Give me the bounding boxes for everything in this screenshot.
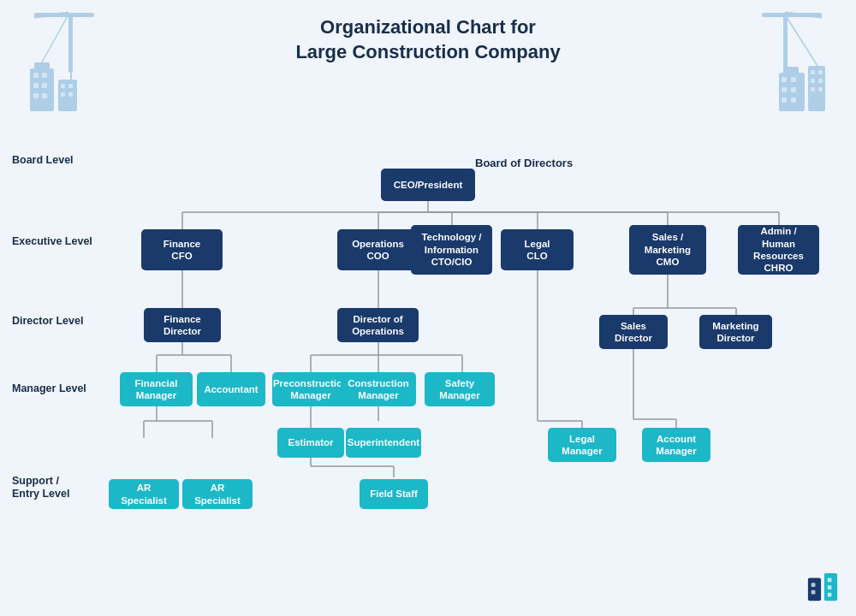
svg-rect-95 — [828, 585, 832, 589]
financial-manager-label: Financial Manager — [135, 377, 178, 402]
superintendent-box: Superintendent — [346, 428, 421, 458]
finance-label: Finance CFO — [163, 238, 200, 263]
svg-rect-9 — [42, 73, 47, 78]
board-of-directors-label: Board of Directors — [475, 157, 573, 169]
accountant-box: Accountant — [197, 372, 265, 406]
svg-rect-90 — [808, 578, 821, 601]
admin-label: Admin / Human Resources CHRO — [742, 225, 815, 275]
accountant-label: Accountant — [204, 383, 258, 395]
svg-rect-93 — [811, 590, 816, 595]
safety-manager-label: Safety Manager — [439, 377, 479, 402]
technology-box: Technology / Information CTO/CIO — [411, 225, 492, 275]
preconstruction-manager-box: Preconstruction Manager — [272, 372, 349, 406]
legal-box: Legal CLO — [501, 229, 574, 270]
title-line1: Organizational Chart for — [320, 16, 536, 38]
svg-rect-29 — [782, 87, 787, 92]
svg-rect-8 — [33, 73, 39, 78]
director-level-label: Director Level — [12, 315, 83, 328]
svg-rect-94 — [828, 578, 832, 583]
finance-director-label: Finance Director — [163, 313, 201, 338]
svg-line-18 — [39, 15, 68, 68]
svg-rect-30 — [791, 87, 796, 92]
legal-manager-label: Legal Manager — [562, 433, 602, 458]
safety-manager-box: Safety Manager — [425, 372, 495, 406]
field-staff-label: Field Staff — [370, 488, 418, 500]
ops-director-box: Director of Operations — [337, 308, 419, 342]
svg-rect-12 — [33, 93, 39, 98]
crane-left-icon — [26, 4, 128, 116]
svg-rect-34 — [818, 70, 823, 74]
page: Organizational Chart forLarge Constructi… — [0, 0, 856, 616]
ar-specialist-2-label: AR Specialist — [187, 482, 248, 506]
executive-level-label: Executive Level — [12, 235, 92, 248]
svg-rect-6 — [34, 62, 50, 71]
ar-specialist-1-box: AR Specialist — [109, 479, 179, 509]
sales-director-label: Sales Director — [615, 320, 652, 345]
sales-box: Sales / Marketing CMO — [629, 225, 706, 275]
ceo-label: CEO/President — [394, 179, 463, 191]
legal-label: Legal CLO — [524, 238, 550, 263]
crane-right-icon — [728, 4, 830, 116]
company-logo — [806, 572, 839, 604]
svg-rect-17 — [68, 92, 73, 97]
finance-director-box: Finance Director — [144, 308, 221, 342]
finance-box: Finance CFO — [141, 229, 223, 270]
svg-rect-19 — [783, 13, 788, 73]
financial-manager-box: Financial Manager — [120, 372, 193, 406]
superintendent-label: Superintendent — [348, 436, 419, 448]
svg-rect-26 — [783, 67, 799, 75]
title-line2: Large Construction Company — [295, 41, 560, 62]
marketing-director-label: Marketing Director — [712, 320, 758, 345]
svg-rect-38 — [818, 87, 823, 92]
field-staff-box: Field Staff — [360, 479, 428, 509]
svg-line-39 — [785, 15, 817, 66]
account-manager-label: Account Manager — [656, 433, 696, 458]
marketing-director-box: Marketing Director — [699, 315, 772, 349]
ar-specialist-1-label: AR Specialist — [113, 482, 175, 506]
board-level-label: Board Level — [12, 154, 74, 167]
admin-box: Admin / Human Resources CHRO — [738, 225, 819, 275]
technology-label: Technology / Information CTO/CIO — [421, 231, 481, 268]
svg-rect-28 — [791, 77, 796, 82]
operations-box: Operations COO — [337, 229, 419, 270]
support-level-label: Support / Entry Level — [12, 475, 69, 500]
svg-rect-37 — [811, 87, 815, 92]
sales-director-box: Sales Director — [599, 315, 668, 349]
construction-manager-box: Construction Manager — [341, 372, 416, 406]
svg-rect-33 — [811, 70, 815, 74]
operations-label: Operations COO — [352, 238, 404, 263]
legal-manager-box: Legal Manager — [548, 428, 616, 462]
svg-rect-13 — [42, 93, 47, 98]
construction-manager-label: Construction Manager — [348, 377, 409, 402]
preconstruction-manager-label: Preconstruction Manager — [273, 377, 348, 402]
sales-label: Sales / Marketing CMO — [645, 231, 691, 268]
svg-rect-35 — [811, 79, 815, 83]
svg-rect-92 — [811, 583, 816, 587]
svg-rect-16 — [61, 92, 65, 97]
account-manager-box: Account Manager — [642, 428, 710, 462]
svg-rect-10 — [33, 83, 39, 88]
svg-rect-27 — [782, 77, 787, 82]
svg-rect-15 — [68, 84, 73, 88]
svg-rect-32 — [791, 98, 796, 103]
svg-rect-36 — [818, 79, 823, 83]
estimator-label: Estimator — [288, 436, 333, 448]
ops-director-label: Director of Operations — [352, 313, 404, 338]
svg-rect-31 — [782, 98, 787, 103]
svg-rect-11 — [42, 83, 47, 88]
estimator-box: Estimator — [277, 428, 344, 458]
ceo-box: CEO/President — [381, 169, 475, 201]
manager-level-label: Manager Level — [12, 382, 86, 395]
ar-specialist-2-box: AR Specialist — [182, 479, 253, 509]
svg-rect-0 — [68, 13, 73, 73]
svg-rect-96 — [828, 593, 832, 597]
svg-rect-14 — [61, 84, 65, 88]
